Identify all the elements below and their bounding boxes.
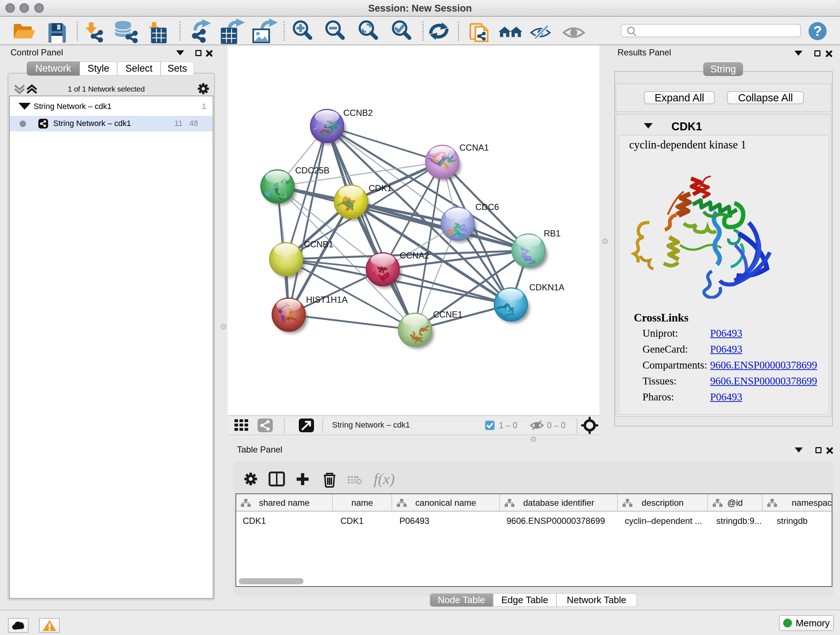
svg-text:CDC25B: CDC25B xyxy=(295,165,330,175)
svg-text:CCNB1: CCNB1 xyxy=(304,239,333,249)
svg-text:RB1: RB1 xyxy=(544,228,561,238)
svg-text:?: ? xyxy=(813,24,821,39)
svg-text:HIST1H1A: HIST1H1A xyxy=(306,295,347,304)
svg-text:CCNE1: CCNE1 xyxy=(433,310,462,319)
svg-text:CCNA2: CCNA2 xyxy=(400,250,429,260)
svg-text:CCNB2: CCNB2 xyxy=(343,108,373,118)
svg-text:0 – 0: 0 – 0 xyxy=(547,421,565,430)
svg-text:CDC6: CDC6 xyxy=(475,202,499,212)
svg-text:CDK1: CDK1 xyxy=(369,183,392,193)
svg-text:1 – 0: 1 – 0 xyxy=(499,421,517,430)
svg-text:CCNA1: CCNA1 xyxy=(459,143,489,152)
svg-text:f(x): f(x) xyxy=(374,470,395,488)
svg-text:CDKN1A: CDKN1A xyxy=(529,282,564,292)
